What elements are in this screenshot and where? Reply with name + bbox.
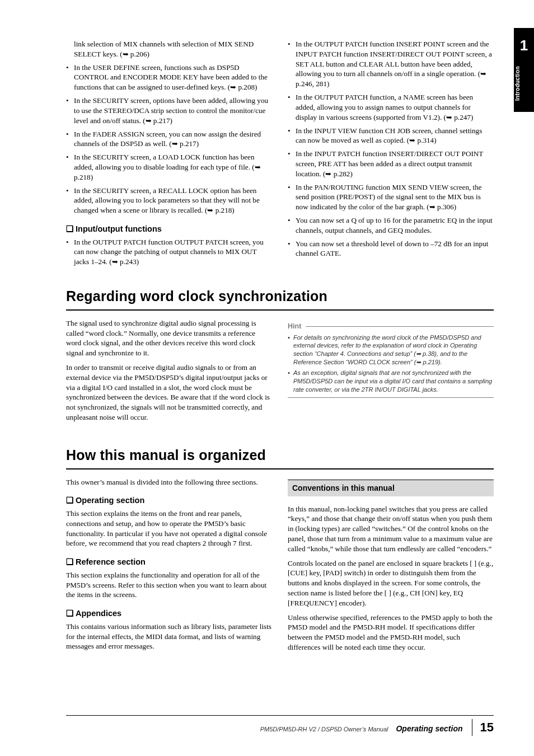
list-item: In the PAN/ROUTING function MIX SEND VIE…	[288, 182, 494, 212]
list-item: In the USER DEFINE screen, functions suc…	[66, 63, 272, 92]
conventions-para-1: In this manual, non-locking panel switch…	[288, 504, 494, 554]
hint-list: For details on synchronizing the word cl…	[288, 334, 494, 394]
chapter-label: Introduction	[514, 57, 534, 110]
list-item: In the OUTPUT PATCH function INSERT POIN…	[288, 39, 494, 89]
io-functions-heading: ❏Input/output functions	[66, 223, 272, 235]
footer-section-name: Operating section	[396, 724, 462, 734]
hint-item: For details on synchronizing the word cl…	[288, 334, 494, 367]
chapter-side-tab: 1 Introduction	[514, 28, 534, 112]
hint-label: Hint	[288, 322, 301, 331]
hint-item: As an exception, digital signals that ar…	[288, 369, 494, 394]
page-footer: PM5D/PM5D-RH V2 / DSP5D Owner’s Manual O…	[66, 715, 494, 736]
hint-box: Hint For details on synchronizing the wo…	[288, 322, 494, 398]
wordclock-title: Regarding word clock synchronization	[66, 287, 494, 306]
list-item: In the OUTPUT PATCH function OUTPUT PATC…	[66, 237, 272, 267]
conventions-para-2: Controls located on the panel are enclos…	[288, 558, 494, 608]
footer-manual-title: PM5D/PM5D-RH V2 / DSP5D Owner’s Manual	[260, 725, 388, 734]
list-item: link selection of MIX channels with sele…	[66, 39, 272, 59]
feature-updates-columns: link selection of MIX channels with sele…	[66, 39, 494, 270]
list-item: You can now set a threshold level of dow…	[288, 239, 494, 259]
reference-section-heading: ❏Reference section	[66, 556, 272, 568]
reference-section-para: This section explains the functionality …	[66, 570, 272, 600]
list-item: In the SECURITY screen, a LOAD LOCK func…	[66, 152, 272, 182]
list-item: In the SECURITY screen, a RECALL LOCK op…	[66, 186, 272, 215]
footer-page-number: 15	[472, 719, 494, 736]
list-item: In the INPUT PATCH function INSERT/DIREC…	[288, 149, 494, 179]
chapter-number: 1	[514, 36, 534, 55]
conventions-heading: Conventions in this manual	[288, 480, 494, 496]
conventions-para-3: Unless otherwise specified, references t…	[288, 613, 494, 652]
manual-org-title: How this manual is organized	[66, 446, 494, 465]
left-bullet-list: link selection of MIX channels with sele…	[66, 39, 272, 215]
right-bullet-list: In the OUTPUT PATCH function INSERT POIN…	[288, 39, 494, 259]
list-item: In the FADER ASSIGN screen, you can now …	[66, 129, 272, 149]
appendices-para: This contains various information such a…	[66, 622, 272, 651]
appendices-heading: ❏Appendices	[66, 608, 272, 619]
list-item: In the OUTPUT PATCH function, a NAME scr…	[288, 92, 494, 122]
manual-intro: This owner’s manual is divided into the …	[66, 477, 272, 487]
list-item: You can now set a Q of up to 16 for the …	[288, 215, 494, 236]
wordclock-para-1: The signal used to synchronize digital a…	[66, 318, 272, 358]
io-functions-list: In the OUTPUT PATCH function OUTPUT PATC…	[66, 237, 272, 267]
list-item: In the INPUT VIEW function CH JOB screen…	[288, 126, 494, 146]
operating-section-para: This section explains the items on the f…	[66, 509, 272, 548]
wordclock-para-2: In order to transmit or receive digital …	[66, 363, 272, 422]
operating-section-heading: ❏Operating section	[66, 495, 272, 506]
list-item: In the SECURITY screen, options have bee…	[66, 96, 272, 125]
